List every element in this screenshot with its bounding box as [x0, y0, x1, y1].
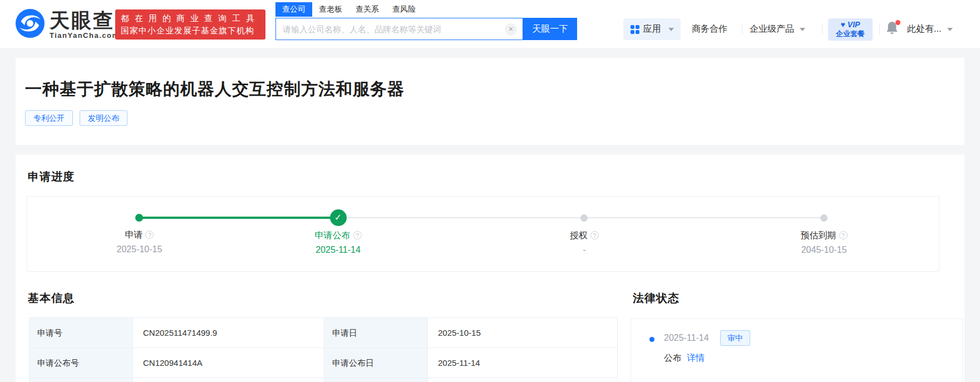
stage-dot-done	[135, 214, 143, 222]
cell-value: 2025-11-14	[428, 348, 617, 378]
help-icon[interactable]: ?	[353, 231, 362, 239]
search-button[interactable]: 天眼一下	[523, 18, 577, 40]
legal-event: 公布	[664, 352, 682, 364]
tab-risk[interactable]: 查风险	[386, 2, 422, 17]
apps-grid-icon	[631, 25, 639, 34]
header: 天眼查 TianYanCha.com 都在用的商业查询工具 国家中小企业发展子基…	[0, 0, 980, 49]
search-box: ×	[275, 18, 523, 40]
progress-heading: 申请进度	[28, 169, 75, 184]
user-account-menu[interactable]: 此处有...	[907, 23, 953, 35]
cell-value: 2025-10-15	[428, 318, 617, 347]
chevron-down-icon	[800, 28, 805, 31]
cell-label	[29, 378, 133, 382]
patent-detail-card: 申请进度 申请? 2025-10-15 ✓ 申请公布? 2025-11-14 授…	[16, 155, 964, 382]
patent-title-card: 一种基于扩散策略的机器人交互控制方法和服务器 专利公开 发明公布	[16, 58, 964, 145]
chevron-down-icon	[947, 28, 953, 31]
vip-package-button[interactable]: ♥ VIP 企业套餐	[828, 18, 873, 41]
apps-label: 应用	[643, 23, 661, 35]
stage-label: 授权	[570, 231, 588, 240]
legal-status-heading: 法律状态	[633, 291, 679, 306]
stage-date: 2025-11-14	[277, 245, 400, 255]
chevron-down-icon	[668, 28, 674, 31]
tag-patent-publication: 专利公开	[25, 110, 73, 126]
legal-status-badge: 审中	[720, 330, 750, 346]
help-icon[interactable]: ?	[590, 231, 599, 239]
legal-status-panel: 2025-11-14 审中 公布 详情	[631, 319, 963, 382]
vip-sub-label: 企业套餐	[828, 30, 873, 38]
application-progress-timeline: 申请? 2025-10-15 ✓ 申请公布? 2025-11-14 授权? - …	[27, 196, 939, 272]
cell-value	[133, 378, 324, 382]
stage-application: 申请? 2025-10-15	[78, 197, 200, 254]
slogan-line1: 都在用的商业查询工具	[121, 12, 260, 25]
divider	[822, 23, 823, 35]
stage-label: 申请	[125, 230, 142, 239]
nav-enterprise-products[interactable]: 企业级产品	[750, 23, 805, 35]
cell-label	[324, 378, 428, 382]
nav-business-cooperation[interactable]: 商务合作	[692, 23, 727, 35]
tianyancha-logo-icon	[16, 9, 45, 40]
notification-bell-icon[interactable]	[886, 21, 899, 35]
basic-info-heading: 基本信息	[28, 291, 75, 306]
table-row: 申请号 CN202511471499.9 申请日 2025-10-15	[29, 318, 617, 348]
apps-menu-button[interactable]: 应用	[623, 18, 681, 40]
brand-slogan-badge: 都在用的商业查询工具 国家中小企业发展子基金旗下机构	[115, 9, 265, 40]
table-row: 申请公布号 CN120941414A 申请公布日 2025-11-14	[29, 348, 617, 378]
stage-check-icon: ✓	[330, 209, 347, 226]
stage-label: 预估到期	[801, 231, 836, 240]
tag-invention-publication: 发明公布	[80, 110, 127, 126]
tab-relation[interactable]: 查关系	[349, 2, 386, 17]
cell-value: CN120941414A	[133, 348, 324, 378]
stage-dot-pending	[580, 214, 588, 222]
legal-date: 2025-11-14	[664, 333, 709, 343]
user-name: 此处有...	[907, 24, 941, 33]
stage-date: 2025-10-15	[78, 244, 200, 254]
stage-grant: 授权? -	[523, 197, 646, 255]
cell-label: 申请公布号	[29, 348, 133, 378]
patent-title: 一种基于扩散策略的机器人交互控制方法和服务器	[25, 78, 405, 101]
cell-value: CN202511471499.9	[133, 318, 324, 347]
tianyancha-logo[interactable]: 天眼查 TianYanCha.com	[16, 9, 120, 40]
cell-label: 申请公布日	[324, 348, 428, 378]
search-bar: × 天眼一下	[275, 18, 577, 40]
vip-heart-icon: ♥	[841, 20, 845, 29]
cell-label: 申请号	[29, 318, 133, 347]
brand-domain: TianYanCha.com	[50, 31, 120, 40]
table-row-clipped	[29, 378, 617, 382]
legal-detail-link[interactable]: 详情	[687, 352, 705, 364]
stage-publication: ✓ 申请公布? 2025-11-14	[277, 197, 400, 255]
stage-date: -	[523, 245, 646, 255]
help-icon[interactable]: ?	[839, 231, 848, 239]
stage-estimated-expiry: 预估到期? 2045-10-15	[763, 197, 885, 255]
divider	[879, 23, 880, 35]
basic-info-table: 申请号 CN202511471499.9 申请日 2025-10-15 申请公布…	[29, 317, 618, 382]
notification-dot	[895, 20, 900, 25]
search-input[interactable]	[283, 19, 500, 39]
tab-company[interactable]: 查公司	[275, 2, 312, 17]
brand-name: 天眼查	[50, 10, 120, 31]
help-icon[interactable]: ?	[145, 231, 154, 239]
patent-tags: 专利公开 发明公布	[25, 110, 127, 126]
bullet-dot	[649, 337, 654, 342]
clear-icon[interactable]: ×	[505, 23, 517, 36]
cell-label: 申请日	[324, 318, 428, 347]
slogan-line2: 国家中小企业发展子基金旗下机构	[121, 25, 260, 37]
stage-label: 申请公布	[315, 231, 351, 240]
stage-date: 2045-10-15	[763, 245, 885, 255]
search-tabs: 查公司 查老板 查关系 查风险	[275, 2, 422, 17]
enterprise-label: 企业级产品	[750, 24, 794, 33]
tab-boss[interactable]: 查老板	[312, 2, 349, 17]
cell-value	[428, 378, 617, 382]
vip-label: VIP	[848, 20, 860, 29]
divider	[742, 23, 742, 35]
stage-dot-pending	[820, 214, 828, 222]
